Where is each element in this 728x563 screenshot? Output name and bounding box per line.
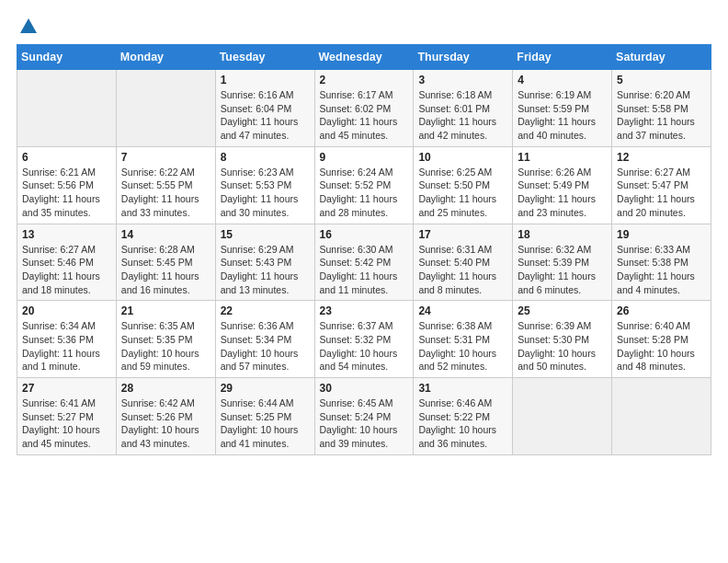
calendar-cell: 14Sunrise: 6:28 AM Sunset: 5:45 PM Dayli… bbox=[116, 224, 215, 301]
calendar-cell: 19Sunrise: 6:33 AM Sunset: 5:38 PM Dayli… bbox=[612, 224, 711, 301]
calendar-cell: 15Sunrise: 6:29 AM Sunset: 5:43 PM Dayli… bbox=[215, 224, 314, 301]
day-number: 22 bbox=[221, 304, 310, 317]
day-info: Sunrise: 6:30 AM Sunset: 5:42 PM Dayligh… bbox=[320, 243, 409, 297]
day-info: Sunrise: 6:23 AM Sunset: 5:53 PM Dayligh… bbox=[221, 166, 310, 220]
calendar-cell bbox=[612, 378, 711, 455]
day-number: 20 bbox=[22, 304, 111, 317]
day-number: 4 bbox=[518, 74, 607, 86]
day-header-friday: Friday bbox=[513, 45, 612, 70]
calendar-cell: 25Sunrise: 6:39 AM Sunset: 5:30 PM Dayli… bbox=[513, 301, 612, 378]
day-info: Sunrise: 6:33 AM Sunset: 5:38 PM Dayligh… bbox=[617, 243, 706, 297]
day-number: 12 bbox=[617, 151, 706, 164]
day-info: Sunrise: 6:24 AM Sunset: 5:52 PM Dayligh… bbox=[320, 166, 409, 220]
day-info: Sunrise: 6:26 AM Sunset: 5:49 PM Dayligh… bbox=[518, 166, 607, 220]
calendar-cell: 17Sunrise: 6:31 AM Sunset: 5:40 PM Dayli… bbox=[414, 224, 513, 301]
day-info: Sunrise: 6:34 AM Sunset: 5:36 PM Dayligh… bbox=[22, 319, 111, 373]
day-number: 30 bbox=[320, 382, 409, 395]
day-info: Sunrise: 6:28 AM Sunset: 5:45 PM Dayligh… bbox=[121, 243, 210, 297]
day-number: 19 bbox=[617, 228, 706, 241]
calendar-cell: 21Sunrise: 6:35 AM Sunset: 5:35 PM Dayli… bbox=[116, 301, 215, 378]
day-number: 26 bbox=[617, 304, 706, 317]
calendar-cell: 27Sunrise: 6:41 AM Sunset: 5:27 PM Dayli… bbox=[17, 378, 117, 455]
day-info: Sunrise: 6:45 AM Sunset: 5:24 PM Dayligh… bbox=[320, 396, 409, 451]
day-number: 18 bbox=[518, 228, 607, 241]
day-number: 1 bbox=[221, 74, 310, 86]
calendar-cell: 31Sunrise: 6:46 AM Sunset: 5:22 PM Dayli… bbox=[414, 378, 513, 455]
day-number: 5 bbox=[617, 74, 706, 86]
calendar-cell: 12Sunrise: 6:27 AM Sunset: 5:47 PM Dayli… bbox=[612, 146, 711, 224]
day-number: 7 bbox=[121, 151, 210, 164]
page-header bbox=[17, 17, 711, 37]
day-info: Sunrise: 6:18 AM Sunset: 6:01 PM Dayligh… bbox=[418, 88, 507, 143]
calendar-header-row: SundayMondayTuesdayWednesdayThursdayFrid… bbox=[17, 45, 711, 70]
svg-marker-0 bbox=[20, 18, 37, 33]
calendar-cell: 16Sunrise: 6:30 AM Sunset: 5:42 PM Dayli… bbox=[314, 224, 414, 301]
day-info: Sunrise: 6:46 AM Sunset: 5:22 PM Dayligh… bbox=[418, 396, 507, 451]
calendar-cell: 10Sunrise: 6:25 AM Sunset: 5:50 PM Dayli… bbox=[414, 146, 513, 224]
day-info: Sunrise: 6:22 AM Sunset: 5:55 PM Dayligh… bbox=[121, 166, 210, 220]
day-info: Sunrise: 6:32 AM Sunset: 5:39 PM Dayligh… bbox=[518, 243, 607, 297]
calendar-cell: 6Sunrise: 6:21 AM Sunset: 5:56 PM Daylig… bbox=[17, 146, 117, 224]
day-info: Sunrise: 6:35 AM Sunset: 5:35 PM Dayligh… bbox=[121, 319, 210, 373]
calendar-week-3: 13Sunrise: 6:27 AM Sunset: 5:46 PM Dayli… bbox=[17, 224, 711, 301]
day-info: Sunrise: 6:44 AM Sunset: 5:25 PM Dayligh… bbox=[221, 396, 310, 451]
day-number: 28 bbox=[121, 382, 210, 395]
day-info: Sunrise: 6:19 AM Sunset: 5:59 PM Dayligh… bbox=[518, 88, 607, 143]
calendar-cell: 30Sunrise: 6:45 AM Sunset: 5:24 PM Dayli… bbox=[314, 378, 414, 455]
calendar-cell: 5Sunrise: 6:20 AM Sunset: 5:58 PM Daylig… bbox=[612, 70, 711, 147]
day-number: 23 bbox=[320, 304, 409, 317]
day-number: 2 bbox=[320, 74, 409, 86]
calendar-week-2: 6Sunrise: 6:21 AM Sunset: 5:56 PM Daylig… bbox=[17, 146, 711, 224]
calendar-cell: 28Sunrise: 6:42 AM Sunset: 5:26 PM Dayli… bbox=[116, 378, 215, 455]
day-info: Sunrise: 6:40 AM Sunset: 5:28 PM Dayligh… bbox=[617, 319, 706, 373]
day-number: 8 bbox=[221, 151, 310, 164]
calendar-week-4: 20Sunrise: 6:34 AM Sunset: 5:36 PM Dayli… bbox=[17, 301, 711, 378]
day-number: 3 bbox=[418, 74, 507, 86]
day-number: 15 bbox=[221, 228, 310, 241]
day-header-thursday: Thursday bbox=[414, 45, 513, 70]
calendar-cell: 29Sunrise: 6:44 AM Sunset: 5:25 PM Dayli… bbox=[215, 378, 314, 455]
day-number: 13 bbox=[22, 228, 111, 241]
calendar-week-1: 1Sunrise: 6:16 AM Sunset: 6:04 PM Daylig… bbox=[17, 70, 711, 147]
day-number: 6 bbox=[22, 151, 111, 164]
day-info: Sunrise: 6:36 AM Sunset: 5:34 PM Dayligh… bbox=[221, 319, 310, 373]
day-info: Sunrise: 6:39 AM Sunset: 5:30 PM Dayligh… bbox=[518, 319, 607, 373]
calendar-cell: 4Sunrise: 6:19 AM Sunset: 5:59 PM Daylig… bbox=[513, 70, 612, 147]
calendar-cell: 11Sunrise: 6:26 AM Sunset: 5:49 PM Dayli… bbox=[513, 146, 612, 224]
day-number: 17 bbox=[418, 228, 507, 241]
calendar-cell: 20Sunrise: 6:34 AM Sunset: 5:36 PM Dayli… bbox=[17, 301, 117, 378]
day-header-sunday: Sunday bbox=[17, 45, 117, 70]
calendar-cell: 24Sunrise: 6:38 AM Sunset: 5:31 PM Dayli… bbox=[414, 301, 513, 378]
day-number: 14 bbox=[121, 228, 210, 241]
calendar-week-5: 27Sunrise: 6:41 AM Sunset: 5:27 PM Dayli… bbox=[17, 378, 711, 455]
day-info: Sunrise: 6:17 AM Sunset: 6:02 PM Dayligh… bbox=[320, 88, 409, 143]
day-info: Sunrise: 6:41 AM Sunset: 5:27 PM Dayligh… bbox=[22, 396, 111, 451]
calendar-cell: 13Sunrise: 6:27 AM Sunset: 5:46 PM Dayli… bbox=[17, 224, 117, 301]
day-info: Sunrise: 6:27 AM Sunset: 5:47 PM Dayligh… bbox=[617, 166, 706, 220]
day-info: Sunrise: 6:31 AM Sunset: 5:40 PM Dayligh… bbox=[418, 243, 507, 297]
logo-icon bbox=[18, 17, 39, 37]
calendar-cell: 9Sunrise: 6:24 AM Sunset: 5:52 PM Daylig… bbox=[314, 146, 414, 224]
calendar-cell: 1Sunrise: 6:16 AM Sunset: 6:04 PM Daylig… bbox=[215, 70, 314, 147]
calendar-cell: 3Sunrise: 6:18 AM Sunset: 6:01 PM Daylig… bbox=[414, 70, 513, 147]
calendar-cell: 2Sunrise: 6:17 AM Sunset: 6:02 PM Daylig… bbox=[314, 70, 414, 147]
day-info: Sunrise: 6:20 AM Sunset: 5:58 PM Dayligh… bbox=[617, 88, 706, 143]
calendar-cell bbox=[17, 70, 117, 147]
calendar-cell: 18Sunrise: 6:32 AM Sunset: 5:39 PM Dayli… bbox=[513, 224, 612, 301]
day-info: Sunrise: 6:29 AM Sunset: 5:43 PM Dayligh… bbox=[221, 243, 310, 297]
calendar-cell bbox=[513, 378, 612, 455]
day-info: Sunrise: 6:42 AM Sunset: 5:26 PM Dayligh… bbox=[121, 396, 210, 451]
day-info: Sunrise: 6:25 AM Sunset: 5:50 PM Dayligh… bbox=[418, 166, 507, 220]
day-number: 21 bbox=[121, 304, 210, 317]
day-number: 25 bbox=[518, 304, 607, 317]
day-info: Sunrise: 6:16 AM Sunset: 6:04 PM Dayligh… bbox=[221, 88, 310, 143]
day-number: 11 bbox=[518, 151, 607, 164]
calendar-table: SundayMondayTuesdayWednesdayThursdayFrid… bbox=[17, 44, 711, 455]
day-header-wednesday: Wednesday bbox=[314, 45, 414, 70]
calendar-cell: 22Sunrise: 6:36 AM Sunset: 5:34 PM Dayli… bbox=[215, 301, 314, 378]
logo bbox=[17, 17, 39, 37]
day-number: 31 bbox=[418, 382, 507, 395]
day-header-monday: Monday bbox=[116, 45, 215, 70]
calendar-cell: 8Sunrise: 6:23 AM Sunset: 5:53 PM Daylig… bbox=[215, 146, 314, 224]
day-header-tuesday: Tuesday bbox=[215, 45, 314, 70]
